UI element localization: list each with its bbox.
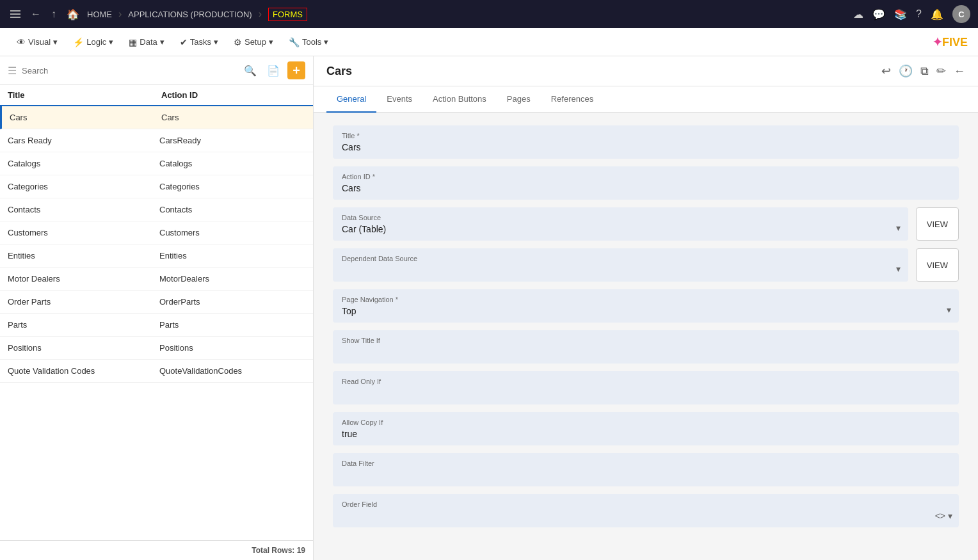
col-header-action: Action ID [161,90,305,100]
search-button[interactable]: 🔍 [241,61,259,79]
history-icon[interactable]: 🕐 [899,64,913,78]
table-row[interactable]: Contacts Contacts [0,198,313,221]
row-title: Categories [8,182,159,191]
data-filter-label: Data Filter [342,460,950,467]
order-field-label: Order Field [342,500,950,508]
order-field-icons[interactable]: <> ▾ [935,511,952,521]
data-source-label: Data Source [342,214,899,221]
order-field-field: Order Field <> ▾ [333,494,959,527]
nav-applications[interactable]: APPLICATIONS (PRODUCTION) [128,10,252,19]
table-row[interactable]: Parts Parts [0,314,313,337]
nav-forms[interactable]: FORMS [268,8,307,21]
row-title: Parts [8,320,159,330]
dependent-data-source-view-button[interactable]: VIEW [916,248,959,282]
row-action-id: Catalogs [159,159,305,168]
tabs-bar: General Events Action Buttons Pages Refe… [314,86,978,113]
search-input[interactable] [22,66,236,76]
action-id-value[interactable]: Cars [342,183,950,193]
table-row[interactable]: Entities Entities [0,244,313,268]
up-button[interactable]: ↑ [49,6,59,22]
new-item-file-button[interactable]: 📄 [264,61,282,79]
table-row[interactable]: Cars Cars [0,106,313,129]
form-content: Title * Cars Action ID * Cars Data Sourc… [314,113,978,560]
page-navigation-dropdown-icon[interactable]: ▾ [947,305,951,315]
tab-events[interactable]: Events [376,86,422,113]
show-title-if-value[interactable] [342,347,950,357]
data-source-row: Data Source Car (Table) ▾ VIEW [333,207,959,241]
order-field-dropdown-icon[interactable]: ▾ [948,511,952,521]
book-icon[interactable]: 📚 [894,8,907,20]
page-navigation-value[interactable]: Top [342,306,950,316]
row-action-id: Customers [159,228,305,237]
tab-general[interactable]: General [326,86,376,113]
table-row[interactable]: Motor Dealers MotorDealers [0,268,313,291]
avatar[interactable]: C [952,5,970,23]
tab-pages[interactable]: Pages [497,86,541,113]
back-button[interactable]: ← [28,6,44,22]
tasks-icon: ✔ [180,37,188,47]
data-source-field: Data Source Car (Table) ▾ [333,207,908,241]
dependent-data-source-dropdown-icon[interactable]: ▾ [896,264,901,274]
row-title: Motor Dealers [8,274,159,284]
row-title: Cars [10,113,161,122]
edit-icon[interactable]: ✏ [936,64,946,78]
order-field-value[interactable] [342,511,950,521]
tab-action-buttons[interactable]: Action Buttons [422,86,497,113]
row-action-id: QuoteValidationCodes [159,366,305,376]
help-icon[interactable]: ? [916,8,922,20]
action-id-field: Action ID * Cars [333,166,959,200]
visual-icon: 👁 [17,37,26,47]
hamburger-menu[interactable] [8,8,23,20]
toolbar-visual[interactable]: 👁 Visual ▾ [10,33,64,51]
read-only-if-label: Read Only If [342,378,950,385]
allow-copy-if-value[interactable]: true [342,429,950,439]
table-row[interactable]: Customers Customers [0,221,313,244]
row-title: Contacts [8,205,159,214]
toolbar-tasks[interactable]: ✔ Tasks ▾ [173,33,225,51]
data-filter-value[interactable] [342,470,950,480]
table-row[interactable]: Cars Ready CarsReady [0,129,313,152]
title-label: Title * [342,132,950,140]
chat-icon[interactable]: 💬 [872,8,885,20]
cloud-icon[interactable]: ☁ [853,8,863,20]
read-only-if-value[interactable] [342,388,950,398]
close-icon[interactable]: ← [954,65,965,78]
data-source-dropdown-icon[interactable]: ▾ [896,223,901,233]
undo-icon[interactable]: ↩ [881,64,891,78]
panel-actions: ↩ 🕐 ⧉ ✏ ← [881,64,965,78]
bell-icon[interactable]: 🔔 [931,8,943,20]
nav-home[interactable]: HOME [87,10,112,19]
data-label: Data [140,37,157,47]
data-arrow: ▾ [160,37,164,47]
row-title: Customers [8,228,159,237]
table-row[interactable]: Catalogs Catalogs [0,152,313,175]
table-row[interactable]: Quote Validation Codes QuoteValidationCo… [0,360,313,383]
row-title: Order Parts [8,297,159,307]
toolbar-data[interactable]: ▦ Data ▾ [122,33,170,51]
logic-icon: ⚡ [73,37,84,47]
dependent-data-source-value[interactable] [342,265,899,275]
home-icon[interactable]: 🏠 [64,6,82,23]
table-row[interactable]: Categories Categories [0,175,313,198]
tab-references[interactable]: References [541,86,604,113]
tools-label: Tools [302,37,321,47]
title-value[interactable]: Cars [342,142,950,152]
table-row[interactable]: Order Parts OrderParts [0,291,313,314]
table-row[interactable]: Positions Positions [0,337,313,360]
data-source-view-button[interactable]: VIEW [916,207,959,241]
row-title: Quote Validation Codes [8,366,159,376]
add-button[interactable]: + [287,61,305,79]
row-action-id: OrderParts [159,297,305,307]
table-header: Title Action ID [0,85,313,106]
row-action-id: Cars [161,113,305,122]
data-source-value[interactable]: Car (Table) [342,224,899,234]
setup-label: Setup [245,37,266,47]
top-nav: ← ↑ 🏠 HOME › APPLICATIONS (PRODUCTION) ›… [0,0,978,28]
tools-icon: 🔧 [289,37,300,47]
toolbar-tools[interactable]: 🔧 Tools ▾ [282,33,335,51]
copy-icon[interactable]: ⧉ [920,65,929,78]
sidebar-header: ☰ 🔍 📄 + [0,56,313,85]
toolbar-setup[interactable]: ⚙ Setup ▾ [227,33,280,51]
toolbar-logic[interactable]: ⚡ Logic ▾ [67,33,120,51]
sidebar-menu-icon: ☰ [8,65,17,77]
